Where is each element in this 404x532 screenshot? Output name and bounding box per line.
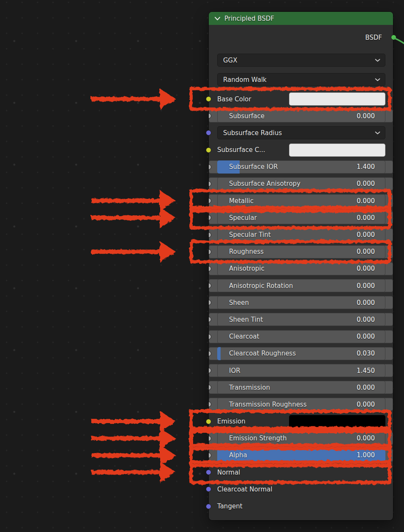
row-transmission: Transmission0.000 bbox=[209, 381, 393, 394]
row-subsurface-ior: Subsurface IOR1.400 bbox=[209, 160, 393, 174]
specular-input-socket[interactable] bbox=[209, 215, 211, 220]
row-subsurface-c: Subsurface C... bbox=[209, 144, 393, 157]
row-alpha: Alpha1.000 bbox=[209, 449, 393, 462]
clearcoat-normal-input-socket[interactable] bbox=[206, 486, 211, 492]
clearcoat-roughness-slider[interactable]: Clearcoat Roughness0.030 bbox=[217, 347, 385, 360]
emission-strength-label: Emission Strength bbox=[229, 434, 287, 442]
emission-strength-value: 0.000 bbox=[357, 434, 375, 442]
transmission-input-socket[interactable] bbox=[209, 385, 211, 390]
subsurface-input-socket[interactable] bbox=[209, 113, 211, 119]
sheen-label: Sheen bbox=[229, 299, 249, 307]
row-ggx: GGX bbox=[209, 54, 393, 67]
roughness-slider[interactable]: Roughness0.000 bbox=[217, 245, 385, 258]
subsurface-ior-slider[interactable]: Subsurface IOR1.400 bbox=[217, 160, 385, 174]
subsurface-radius-dropdown[interactable]: Subsurface Radius bbox=[217, 126, 385, 139]
node-editor-canvas[interactable]: Principled BSDF BSDF GGXRandom Walk Base… bbox=[0, 0, 404, 532]
sheen-tint-value: 0.000 bbox=[357, 316, 375, 323]
sheen-slider[interactable]: Sheen0.000 bbox=[217, 296, 385, 309]
ior-input-socket[interactable] bbox=[209, 368, 211, 373]
clearcoat-input-socket[interactable] bbox=[209, 334, 211, 339]
row-random-walk: Random Walk bbox=[209, 73, 393, 86]
distribution-dropdowns: GGXRandom Walk bbox=[209, 54, 393, 92]
node-parameter-rows: Base ColorSubsurface0.000Subsurface Radi… bbox=[209, 92, 393, 517]
arrow-head-base-color bbox=[160, 89, 176, 110]
clearcoat-slider[interactable]: Clearcoat0.000 bbox=[217, 330, 385, 343]
clearcoat-roughness-input-socket[interactable] bbox=[209, 351, 211, 356]
anisotropic-slider[interactable]: Anisotropic0.000 bbox=[217, 262, 385, 275]
sheen-input-socket[interactable] bbox=[209, 300, 211, 305]
row-emission: Emission bbox=[209, 415, 393, 428]
ior-label: IOR bbox=[229, 367, 240, 375]
row-clearcoat: Clearcoat0.000 bbox=[209, 330, 393, 343]
anisotropic-label: Anisotropic bbox=[229, 265, 265, 272]
ggx-dropdown[interactable]: GGX bbox=[217, 54, 385, 67]
arrow-head-emission bbox=[160, 411, 176, 432]
emission-label: Emission bbox=[217, 418, 246, 425]
tangent-input-socket[interactable] bbox=[206, 504, 211, 509]
chevron-down-icon bbox=[375, 59, 380, 62]
transmission-roughness-slider[interactable]: Transmission Roughness0.000 bbox=[217, 398, 385, 411]
subsurface-anisotropy-input-socket[interactable] bbox=[209, 181, 211, 187]
sheen-tint-input-socket[interactable] bbox=[209, 317, 211, 322]
node-header[interactable]: Principled BSDF bbox=[209, 12, 393, 25]
metallic-slider[interactable]: Metallic0.000 bbox=[217, 194, 385, 207]
clearcoat-roughness-slider-fill bbox=[217, 347, 221, 360]
specular-tint-input-socket[interactable] bbox=[209, 232, 211, 238]
subsurface-radius-input-socket[interactable] bbox=[206, 130, 211, 136]
emission-strength-slider[interactable]: Emission Strength0.000 bbox=[217, 432, 385, 445]
row-tangent: Tangent bbox=[209, 500, 393, 513]
row-normal: Normal bbox=[209, 466, 393, 479]
chevron-down-icon[interactable] bbox=[214, 16, 221, 21]
row-clearcoat-normal: Clearcoat Normal bbox=[209, 483, 393, 496]
roughness-input-socket[interactable] bbox=[209, 249, 211, 255]
anisotropic-value: 0.000 bbox=[357, 265, 375, 272]
row-specular-tint: Specular Tint0.000 bbox=[209, 228, 393, 242]
alpha-slider[interactable]: Alpha1.000 bbox=[217, 449, 385, 462]
arrow-head-emission-strength bbox=[160, 428, 176, 449]
specular-label: Specular bbox=[229, 214, 257, 222]
emission-color-swatch[interactable] bbox=[289, 415, 385, 428]
subsurface-ior-input-socket[interactable] bbox=[209, 164, 211, 170]
alpha-input-socket[interactable] bbox=[209, 453, 211, 458]
subsurface-c-color-swatch[interactable] bbox=[289, 144, 385, 157]
bsdf-output-socket[interactable] bbox=[391, 35, 396, 40]
anisotropic-rotation-slider[interactable]: Anisotropic Rotation0.000 bbox=[217, 279, 385, 292]
row-sheen: Sheen0.000 bbox=[209, 296, 393, 309]
base-color-color-swatch[interactable] bbox=[289, 92, 385, 106]
anisotropic-rotation-input-socket[interactable] bbox=[209, 283, 211, 288]
row-anisotropic: Anisotropic0.000 bbox=[209, 262, 393, 275]
ior-slider[interactable]: IOR1.450 bbox=[217, 364, 385, 377]
random-walk-dropdown[interactable]: Random Walk bbox=[217, 73, 385, 86]
specular-slider[interactable]: Specular0.000 bbox=[217, 211, 385, 224]
anisotropic-rotation-value: 0.000 bbox=[357, 282, 375, 290]
arrow-head-roughness bbox=[160, 241, 176, 262]
transmission-roughness-input-socket[interactable] bbox=[209, 402, 211, 407]
transmission-slider[interactable]: Transmission0.000 bbox=[217, 381, 385, 394]
bsdf-output-label: BSDF bbox=[365, 34, 382, 41]
roughness-value: 0.000 bbox=[357, 248, 375, 255]
metallic-label: Metallic bbox=[229, 197, 254, 205]
normal-input-socket[interactable] bbox=[206, 470, 211, 475]
subsurface-anisotropy-slider[interactable]: Subsurface Anisotropy0.000 bbox=[217, 177, 385, 190]
subsurface-slider[interactable]: Subsurface0.000 bbox=[217, 109, 385, 122]
ior-value: 1.450 bbox=[357, 367, 375, 375]
sheen-tint-slider[interactable]: Sheen Tint0.000 bbox=[217, 313, 385, 326]
subsurface-anisotropy-label: Subsurface Anisotropy bbox=[229, 180, 300, 187]
alpha-value: 1.000 bbox=[357, 451, 375, 459]
row-roughness: Roughness0.000 bbox=[209, 245, 393, 258]
specular-tint-slider[interactable]: Specular Tint0.000 bbox=[217, 228, 385, 242]
row-subsurface: Subsurface0.000 bbox=[209, 109, 393, 122]
emission-input-socket[interactable] bbox=[206, 419, 211, 424]
node-title: Principled BSDF bbox=[224, 15, 274, 22]
anisotropic-input-socket[interactable] bbox=[209, 266, 211, 271]
row-anisotropic-rotation: Anisotropic Rotation0.000 bbox=[209, 279, 393, 292]
specular-tint-value: 0.000 bbox=[357, 231, 375, 239]
ggx-label: GGX bbox=[223, 57, 237, 64]
principled-bsdf-node[interactable]: Principled BSDF BSDF GGXRandom Walk Base… bbox=[209, 12, 393, 520]
metallic-input-socket[interactable] bbox=[209, 198, 211, 204]
base-color-input-socket[interactable] bbox=[206, 96, 211, 102]
row-ior: IOR1.450 bbox=[209, 364, 393, 377]
subsurface-label: Subsurface bbox=[229, 112, 265, 120]
emission-strength-input-socket[interactable] bbox=[209, 436, 211, 441]
subsurface-c-input-socket[interactable] bbox=[206, 147, 211, 153]
